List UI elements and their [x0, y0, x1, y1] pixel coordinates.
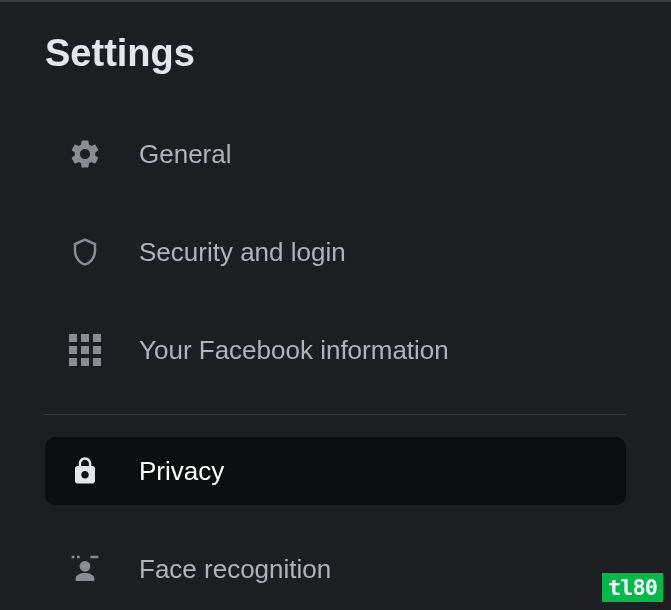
gear-icon	[65, 134, 105, 174]
lock-icon	[65, 451, 105, 491]
shield-icon	[65, 232, 105, 272]
menu-item-label: Face recognition	[139, 554, 331, 585]
menu-item-label: Your Facebook information	[139, 335, 449, 366]
menu-item-security[interactable]: Security and login	[45, 218, 626, 286]
menu-item-label: Security and login	[139, 237, 346, 268]
menu-item-face-recognition[interactable]: Face recognition	[45, 535, 626, 603]
menu-item-facebook-info[interactable]: Your Facebook information	[45, 316, 626, 384]
menu-item-label: Privacy	[139, 456, 224, 487]
menu-item-privacy[interactable]: Privacy	[45, 437, 626, 505]
settings-panel: Settings General Security and login Your…	[0, 32, 671, 603]
menu-item-general[interactable]: General	[45, 120, 626, 188]
page-title: Settings	[45, 32, 626, 75]
divider	[45, 414, 626, 415]
menu-item-label: General	[139, 139, 232, 170]
top-border	[0, 0, 671, 2]
face-recognition-icon	[65, 549, 105, 589]
watermark: tl80	[602, 573, 663, 602]
grid-icon	[65, 330, 105, 370]
